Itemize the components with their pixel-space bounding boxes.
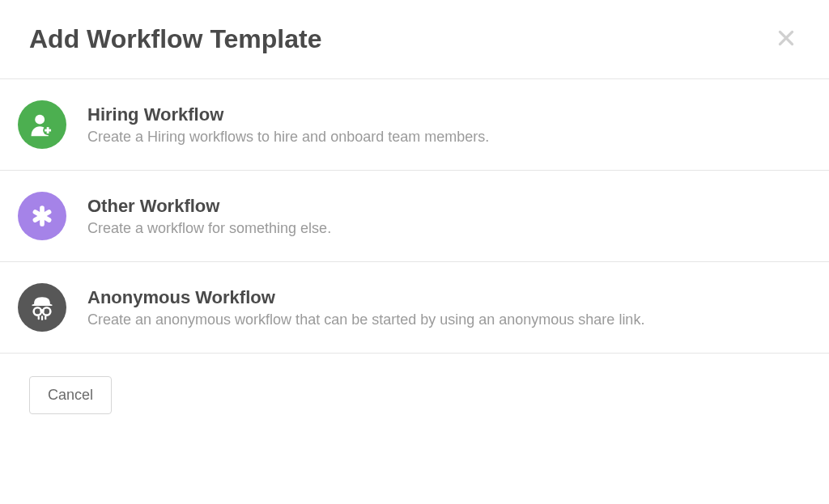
- asterisk-icon: [18, 192, 66, 240]
- cancel-button[interactable]: Cancel: [29, 376, 112, 414]
- add-workflow-template-modal: Add Workflow Template: [0, 0, 829, 504]
- option-hiring-workflow[interactable]: Hiring Workflow Create a Hiring workflow…: [0, 79, 829, 171]
- user-plus-icon: [18, 100, 66, 149]
- workflow-options-list: Hiring Workflow Create a Hiring workflow…: [0, 78, 829, 354]
- close-icon: [776, 28, 797, 51]
- incognito-icon: [18, 283, 66, 332]
- modal-title: Add Workflow Template: [29, 24, 322, 54]
- svg-point-2: [35, 115, 45, 125]
- option-anonymous-workflow[interactable]: Anonymous Workflow Create an anonymous w…: [0, 262, 829, 354]
- option-title: Other Workflow: [87, 196, 331, 217]
- svg-rect-5: [45, 129, 51, 132]
- option-other-workflow[interactable]: Other Workflow Create a workflow for som…: [0, 171, 829, 262]
- close-button[interactable]: [772, 24, 800, 54]
- option-text: Other Workflow Create a workflow for som…: [87, 196, 331, 237]
- modal-footer: Cancel: [0, 354, 829, 437]
- option-title: Hiring Workflow: [87, 104, 489, 125]
- modal-header: Add Workflow Template: [0, 0, 829, 78]
- option-text: Hiring Workflow Create a Hiring workflow…: [87, 104, 489, 146]
- option-description: Create a workflow for something else.: [87, 220, 331, 237]
- option-description: Create an anonymous workflow that can be…: [87, 311, 644, 328]
- option-title: Anonymous Workflow: [87, 287, 644, 308]
- option-text: Anonymous Workflow Create an anonymous w…: [87, 287, 644, 328]
- option-description: Create a Hiring workflows to hire and on…: [87, 129, 489, 146]
